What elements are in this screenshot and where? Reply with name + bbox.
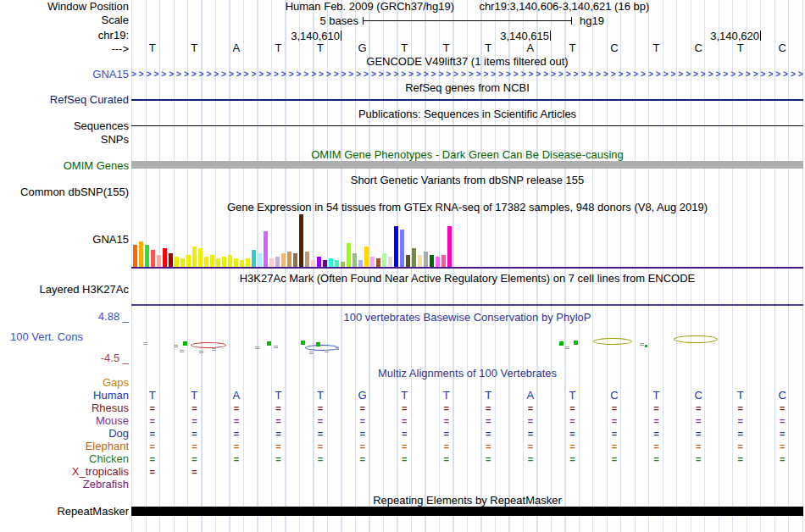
multiz-row-mouse[interactable]: ================: [131, 415, 803, 427]
gtex-bar[interactable]: [246, 258, 250, 267]
left-label-scale[interactable]: Scale: [101, 14, 129, 26]
align-cell: =: [215, 402, 258, 414]
multiz-row-chicken[interactable]: ================: [131, 453, 803, 465]
gtex-bar[interactable]: [151, 250, 155, 267]
gtex-bar[interactable]: [329, 258, 333, 267]
species-label-rhesus[interactable]: Rhesus: [92, 402, 129, 414]
gtex-bar[interactable]: [394, 226, 398, 267]
base-letter: T: [425, 42, 468, 54]
left-label-snps[interactable]: SNPs: [101, 134, 129, 146]
gtex-bar[interactable]: [388, 257, 392, 267]
gtex-bar[interactable]: [358, 260, 363, 267]
left-label-window-position[interactable]: Window Position: [47, 1, 129, 13]
gtex-bar[interactable]: [169, 253, 173, 267]
left-label-gtex-gna15[interactable]: GNA15: [92, 234, 129, 246]
gtex-bar[interactable]: [311, 260, 315, 267]
gtex-bar[interactable]: [222, 257, 226, 267]
gencode-gene-track[interactable]: >>>>>>>>>>>>>>>>>>>>>>>>>>>>>>>>>>>>>>>>…: [131, 69, 803, 80]
gtex-bar[interactable]: [364, 247, 369, 267]
species-label-elephant[interactable]: Elephant: [86, 441, 129, 452]
species-label-x_tropicalis[interactable]: X_tropicalis: [72, 466, 129, 478]
gtex-bar[interactable]: [180, 258, 185, 267]
gtex-bar[interactable]: [299, 214, 303, 267]
gtex-bar[interactable]: [447, 226, 452, 267]
gtex-bar[interactable]: [281, 253, 286, 267]
gtex-bar[interactable]: [157, 255, 161, 267]
left-label-vert-cons[interactable]: 100 Vert. Cons: [10, 331, 83, 343]
gtex-bar-chart[interactable]: [133, 214, 452, 267]
gtex-bar[interactable]: [323, 260, 327, 267]
multiz-row-x_tropicalis[interactable]: ==: [131, 466, 803, 478]
dbsnp-title: Short Genetic Variants from dbSNP releas…: [131, 175, 803, 186]
left-label-strand-arrow[interactable]: --->: [111, 43, 129, 55]
gtex-bar[interactable]: [287, 252, 291, 267]
gtex-bar[interactable]: [228, 255, 232, 267]
multiz-row-rhesus[interactable]: ================: [131, 402, 803, 414]
align-cell: =: [174, 415, 216, 427]
gtex-bar[interactable]: [264, 231, 268, 267]
align-cell: =: [719, 453, 762, 465]
left-label-layered-h3k27ac[interactable]: Layered H3K27Ac: [39, 284, 129, 296]
gtex-bar[interactable]: [418, 255, 422, 267]
multiz-row-human[interactable]: TTATTGTTTATCTCTC: [131, 390, 803, 402]
gtex-bar[interactable]: [192, 247, 197, 267]
gtex-bar[interactable]: [210, 255, 214, 267]
gtex-bar[interactable]: [335, 260, 339, 267]
repeatmasker-track[interactable]: [131, 507, 803, 516]
h3k27ac-track[interactable]: [131, 304, 803, 306]
gtex-bar[interactable]: [347, 243, 351, 267]
gtex-bar[interactable]: [252, 250, 256, 267]
gtex-bar[interactable]: [317, 257, 321, 267]
species-label-mouse[interactable]: Mouse: [96, 415, 129, 427]
left-label-sequences[interactable]: Sequences: [74, 120, 129, 132]
gtex-bar[interactable]: [163, 248, 167, 267]
species-label-gaps[interactable]: Gaps: [103, 377, 129, 389]
left-label-refseq-curated[interactable]: RefSeq Curated: [50, 94, 129, 106]
gtex-bar[interactable]: [269, 258, 274, 267]
gtex-bar[interactable]: [400, 230, 404, 267]
gtex-bar[interactable]: [353, 253, 357, 267]
sequences-track[interactable]: [131, 125, 803, 126]
refseq-curated-track[interactable]: [131, 99, 803, 101]
left-label-phylop-max[interactable]: 4.88 _: [98, 311, 129, 323]
gtex-bar[interactable]: [240, 260, 244, 267]
gtex-bar[interactable]: [198, 248, 203, 267]
track-area[interactable]: Human Feb. 2009 (GRCh37/hg19) chr19:3,14…: [131, 0, 803, 532]
gtex-bar[interactable]: [216, 258, 220, 267]
omim-genes-track[interactable]: [131, 161, 803, 169]
left-label-gene-gna15[interactable]: GNA15: [92, 69, 129, 80]
species-label-chicken[interactable]: Chicken: [89, 453, 129, 465]
left-label-common-dbsnp[interactable]: Common dbSNP(155): [20, 186, 129, 198]
multiz-row-dog[interactable]: ================: [131, 428, 803, 440]
gtex-bar[interactable]: [145, 245, 149, 267]
gtex-bar[interactable]: [376, 258, 380, 267]
gtex-bar[interactable]: [133, 245, 137, 267]
gtex-bar[interactable]: [234, 258, 238, 267]
gtex-bar[interactable]: [204, 257, 208, 267]
left-label-omim-genes[interactable]: OMIM Genes: [64, 160, 129, 172]
gtex-bar[interactable]: [186, 255, 191, 267]
species-label-dog[interactable]: Dog: [108, 428, 129, 440]
gtex-bar[interactable]: [305, 252, 309, 267]
gtex-bar[interactable]: [412, 248, 416, 267]
gtex-bar[interactable]: [139, 241, 143, 267]
gtex-bar[interactable]: [382, 253, 386, 267]
species-label-human[interactable]: Human: [93, 390, 129, 402]
left-label-phylop-min[interactable]: -4.5 _: [101, 352, 129, 364]
gtex-bar[interactable]: [430, 255, 434, 267]
base-letter: A: [215, 42, 258, 54]
align-cell: =: [593, 441, 636, 452]
multiz-row-elephant[interactable]: ================: [131, 441, 803, 452]
species-label-zebrafish[interactable]: Zebrafish: [83, 479, 129, 490]
gtex-bar[interactable]: [370, 257, 375, 267]
gtex-bar[interactable]: [436, 257, 440, 267]
gtex-bar[interactable]: [293, 253, 297, 267]
gtex-bar[interactable]: [424, 252, 428, 267]
gtex-bar[interactable]: [258, 253, 262, 267]
gtex-bar[interactable]: [441, 255, 446, 267]
left-label-repeatmasker[interactable]: RepeatMasker: [57, 506, 129, 518]
gtex-bar[interactable]: [406, 255, 410, 267]
left-label-chrom[interactable]: chr19:: [98, 30, 129, 42]
gtex-bar[interactable]: [275, 257, 280, 267]
gtex-bar[interactable]: [175, 257, 179, 267]
